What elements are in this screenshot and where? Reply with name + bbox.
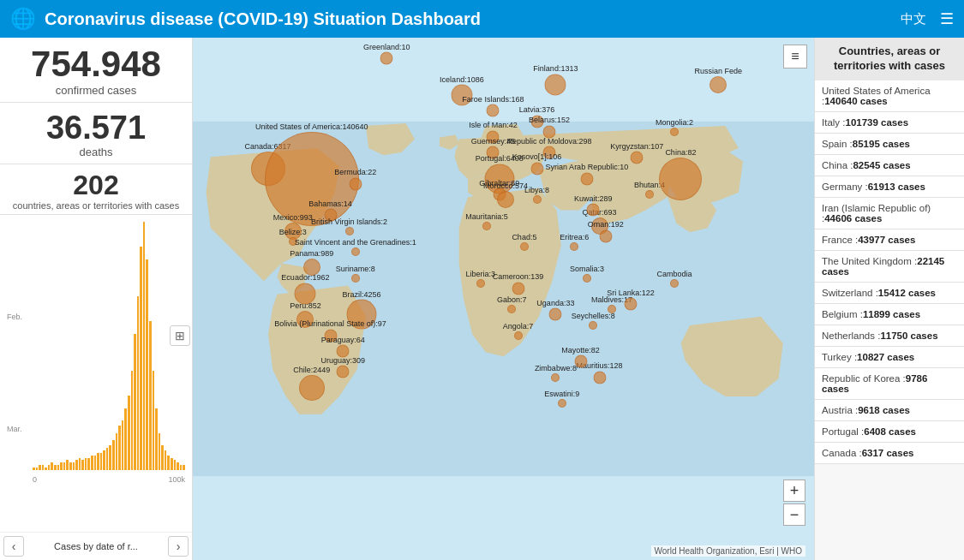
chart-bar: [161, 445, 164, 470]
right-panel-title: Countries, areas or territories with cas…: [815, 38, 964, 80]
country-list-item[interactable]: Netherlands :11750 cases: [815, 325, 964, 347]
country-list[interactable]: United States of America :140640 casesIt…: [815, 80, 964, 560]
chart-prev-button[interactable]: ‹: [3, 536, 24, 557]
chart-area: Feb. Mar. 0 100k: [0, 215, 192, 532]
country-name: Republic of Korea :: [822, 373, 906, 384]
chart-bar: [81, 460, 84, 470]
main-layout: 754.948 confirmed cases 36.571 deaths 20…: [0, 38, 964, 560]
country-list-item[interactable]: Belgium :11899 cases: [815, 304, 964, 325]
country-name: Portugal :: [822, 426, 864, 437]
country-cases: 15412 cases: [878, 288, 936, 298]
country-list-item[interactable]: Switzerland :15412 cases: [815, 283, 964, 304]
country-list-item[interactable]: China :82545 cases: [815, 155, 964, 176]
menu-icon[interactable]: ☰: [940, 9, 954, 28]
country-name: Germany :: [822, 182, 868, 192]
zoom-in-button[interactable]: +: [783, 480, 805, 502]
chart-x-labels: 0 100k: [33, 472, 185, 487]
country-cases: 11750 cases: [880, 331, 937, 341]
chart-bar: [165, 450, 167, 470]
country-name: China :: [822, 160, 853, 170]
map-area[interactable]: Greenland:10Canada:6317Iceland:1086Faroe…: [193, 38, 814, 560]
chart-bar: [54, 465, 57, 470]
chart-bar: [137, 296, 140, 470]
country-list-item[interactable]: Iran (Islamic Republic of) :44606 cases: [815, 198, 964, 229]
country-list-item[interactable]: Austria :9618 cases: [815, 400, 964, 421]
country-name: France :: [822, 235, 858, 245]
countries-label: countries, areas or territories with cas…: [7, 200, 185, 211]
chart-bar: [109, 445, 111, 470]
country-list-item[interactable]: Portugal :6408 cases: [815, 421, 964, 443]
country-name: Austria :: [822, 405, 858, 415]
chart-bar: [159, 433, 161, 471]
who-logo-icon: 🌐: [10, 7, 36, 31]
left-panel: 754.948 confirmed cases 36.571 deaths 20…: [0, 38, 193, 560]
country-name: Netherlands :: [822, 331, 880, 341]
chart-next-button[interactable]: ›: [168, 536, 189, 557]
countries-stat: 202 countries, areas or territories with…: [0, 164, 192, 215]
chart-bar: [75, 460, 78, 470]
chart-bar: [143, 222, 146, 470]
chart-bar: [131, 371, 134, 470]
chart-bar: [128, 396, 130, 470]
deaths-stat: 36.571 deaths: [0, 103, 192, 164]
country-list-item[interactable]: Spain :85195 cases: [815, 134, 964, 155]
chart-bar: [63, 462, 66, 470]
chart-bar: [48, 465, 51, 470]
country-list-item[interactable]: United States of America :140640 cases: [815, 80, 964, 112]
chart-bar: [171, 458, 173, 471]
country-name: Italy :: [822, 117, 845, 128]
country-list-item[interactable]: Turkey :10827 cases: [815, 347, 964, 368]
chart-bar: [177, 462, 179, 470]
map-legend-button[interactable]: ≡: [783, 45, 807, 69]
chart-container: Feb. Mar. 0 100k: [7, 222, 185, 487]
map-credit: World Health Organization, Esri | WHO: [651, 545, 805, 557]
world-map-svg: [193, 38, 814, 560]
country-list-item[interactable]: Italy :101739 cases: [815, 112, 964, 134]
confirmed-label: confirmed cases: [7, 84, 185, 97]
chart-bar: [140, 247, 142, 470]
country-cases: 140640 cases: [824, 96, 888, 106]
x-label-0: 0: [33, 475, 37, 484]
deaths-label: deaths: [7, 146, 185, 158]
feb-label: Feb.: [7, 313, 22, 321]
chart-bar: [33, 468, 35, 470]
confirmed-cases-stat: 754.948 confirmed cases: [0, 38, 192, 103]
chart-bar: [149, 321, 152, 470]
map-controls: + −: [783, 480, 805, 526]
country-list-item[interactable]: The United Kingdom :22145 cases: [815, 251, 964, 283]
chart-bar: [91, 456, 93, 470]
country-cases: 101739 cases: [845, 117, 908, 128]
chart-bar: [106, 448, 109, 470]
chart-navigation: ‹ Cases by date of r... ›: [0, 532, 192, 560]
country-cases: 9618 cases: [858, 405, 910, 415]
country-name: Turkey :: [822, 352, 857, 362]
expand-button[interactable]: ⊞: [170, 325, 190, 346]
country-name: Switzerland :: [822, 288, 878, 298]
chart-bar: [69, 462, 72, 470]
chart-bar: [118, 426, 121, 470]
country-name: Canada :: [822, 448, 862, 458]
countries-number: 202: [7, 171, 185, 199]
chart-bar: [57, 465, 60, 470]
country-list-item[interactable]: Republic of Korea :9786 cases: [815, 368, 964, 400]
country-list-item[interactable]: Germany :61913 cases: [815, 176, 964, 198]
chart-bar: [155, 408, 158, 471]
chart-bar: [87, 458, 90, 471]
language-button[interactable]: 中文: [901, 11, 926, 27]
country-list-item[interactable]: France :43977 cases: [815, 229, 964, 251]
chart-bar: [36, 468, 39, 470]
country-name: Spain :: [822, 139, 853, 149]
country-cases: 85195 cases: [853, 139, 910, 149]
chart-bar: [174, 460, 177, 470]
confirmed-number: 754.948: [7, 46, 185, 82]
right-panel: Countries, areas or territories with cas…: [814, 38, 964, 560]
country-cases: 6408 cases: [864, 426, 916, 437]
chart-title: Cases by date of r...: [54, 541, 138, 551]
chart-bar: [116, 433, 118, 471]
zoom-out-button[interactable]: −: [783, 503, 805, 526]
country-cases: 43977 cases: [858, 235, 915, 245]
mar-label: Mar.: [7, 425, 22, 433]
country-list-item[interactable]: Canada :6317 cases: [815, 443, 964, 464]
country-name: The United Kingdom :: [822, 256, 917, 266]
chart-bar: [51, 462, 53, 470]
